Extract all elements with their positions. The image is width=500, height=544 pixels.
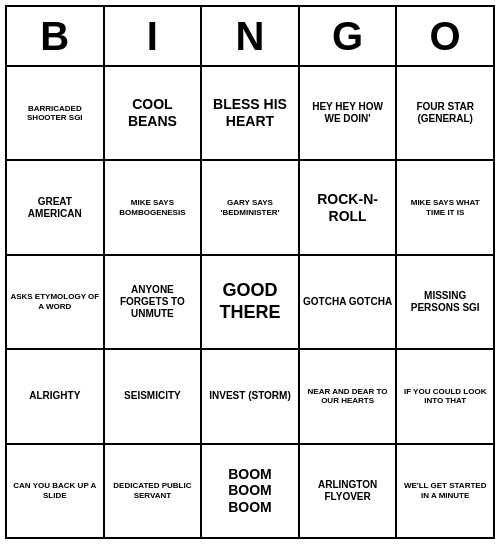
bingo-row-1: GREAT AMERICANMIKE SAYS BOMBOGENESISGARY… (7, 161, 493, 255)
bingo-row-2: ASKS ETYMOLOGY OF A WORDANYONE FORGETS T… (7, 256, 493, 350)
bingo-cell-4-4: WE'LL GET STARTED IN A MINUTE (397, 445, 493, 537)
bingo-cell-1-1: MIKE SAYS BOMBOGENESIS (105, 161, 203, 253)
bingo-cell-3-3: NEAR AND DEAR TO OUR HEARTS (300, 350, 398, 442)
bingo-cell-2-1: ANYONE FORGETS TO UNMUTE (105, 256, 203, 348)
bingo-cell-4-0: CAN YOU BACK UP A SLIDE (7, 445, 105, 537)
bingo-cell-4-3: ARLINGTON FLYOVER (300, 445, 398, 537)
bingo-cell-4-2: BOOM BOOM BOOM (202, 445, 300, 537)
bingo-cell-4-1: DEDICATED PUBLIC SERVANT (105, 445, 203, 537)
header-letter: G (300, 7, 398, 65)
bingo-cell-2-0: ASKS ETYMOLOGY OF A WORD (7, 256, 105, 348)
bingo-cell-0-0: BARRICADED SHOOTER SGI (7, 67, 105, 159)
header-letter: B (7, 7, 105, 65)
bingo-cell-1-4: MIKE SAYS WHAT TIME IT IS (397, 161, 493, 253)
bingo-cell-1-0: GREAT AMERICAN (7, 161, 105, 253)
bingo-row-3: ALRIGHTYSEISMICITYINVEST (STORM)NEAR AND… (7, 350, 493, 444)
bingo-cell-2-2: GOOD THERE (202, 256, 300, 348)
bingo-card: BINGO BARRICADED SHOOTER SGICOOL BEANSBL… (5, 5, 495, 539)
bingo-cell-3-1: SEISMICITY (105, 350, 203, 442)
bingo-cell-0-2: BLESS HIS HEART (202, 67, 300, 159)
bingo-cell-0-3: HEY HEY HOW WE DOIN' (300, 67, 398, 159)
bingo-row-4: CAN YOU BACK UP A SLIDEDEDICATED PUBLIC … (7, 445, 493, 537)
bingo-grid: BARRICADED SHOOTER SGICOOL BEANSBLESS HI… (7, 67, 493, 537)
bingo-cell-3-0: ALRIGHTY (7, 350, 105, 442)
bingo-cell-1-2: GARY SAYS 'BEDMINISTER' (202, 161, 300, 253)
bingo-row-0: BARRICADED SHOOTER SGICOOL BEANSBLESS HI… (7, 67, 493, 161)
header-letter: I (105, 7, 203, 65)
bingo-cell-1-3: ROCK-N-ROLL (300, 161, 398, 253)
bingo-cell-0-4: FOUR STAR (GENERAL) (397, 67, 493, 159)
bingo-cell-3-4: IF YOU COULD LOOK INTO THAT (397, 350, 493, 442)
header-letter: O (397, 7, 493, 65)
header-letter: N (202, 7, 300, 65)
bingo-cell-0-1: COOL BEANS (105, 67, 203, 159)
bingo-cell-3-2: INVEST (STORM) (202, 350, 300, 442)
bingo-header: BINGO (7, 7, 493, 67)
bingo-cell-2-3: GOTCHA GOTCHA (300, 256, 398, 348)
bingo-cell-2-4: MISSING PERSONS SGI (397, 256, 493, 348)
